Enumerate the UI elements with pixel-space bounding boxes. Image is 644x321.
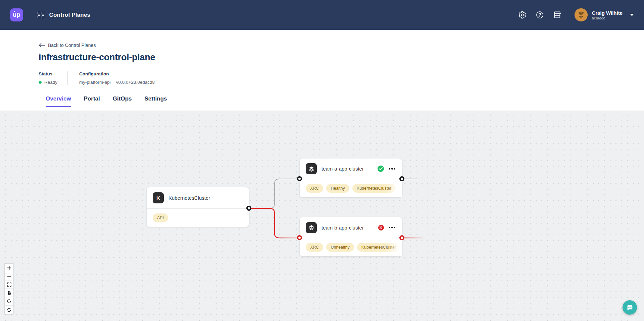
layers-icon (306, 222, 317, 233)
k-square-icon: K (153, 192, 164, 203)
refresh-button[interactable] (5, 306, 13, 314)
node-menu-kebab-icon[interactable] (388, 226, 396, 230)
help-icon[interactable] (535, 10, 544, 20)
meta-row: Status Ready Configuration my-platform-a… (39, 71, 644, 85)
node-title: team-a-app-cluster (321, 166, 378, 172)
handle-team-a-source[interactable] (399, 176, 404, 181)
app-window: up Control Planes (0, 0, 644, 321)
handle-team-b-target[interactable] (297, 235, 302, 240)
node-title: KubernetesCluster (168, 195, 243, 201)
tab-bar: Overview Portal GitOps Settings (0, 95, 644, 107)
page-title: infrastructure-control-plane (39, 52, 644, 63)
grid-square (38, 12, 40, 14)
rotate-button[interactable] (5, 297, 13, 306)
fit-view-button[interactable] (5, 280, 13, 289)
tab-gitops[interactable]: GitOps (113, 95, 132, 107)
app-title: Control Planes (49, 12, 91, 18)
chat-widget-button[interactable] (623, 300, 637, 315)
canvas-controls (4, 263, 14, 314)
top-navbar: up Control Planes (0, 0, 644, 30)
status-label: Status (39, 71, 57, 76)
graph-edges (0, 111, 644, 321)
badge-pill: API (153, 213, 168, 222)
configuration-version: v0.0.0+23.0edacd8 (116, 80, 155, 85)
handle-team-b-source[interactable] (399, 235, 404, 240)
node-team-b-app-cluster[interactable]: team-b-app-cluster XRC Unhealthy Kuberne… (300, 217, 402, 256)
configuration-section: Configuration my-platform-api v0.0.0+23.… (79, 71, 155, 85)
badge-pill: XRC (306, 243, 323, 252)
healthy-check-icon (378, 166, 384, 172)
vertical-divider (67, 71, 68, 85)
zoom-out-button[interactable] (5, 272, 13, 280)
node-badges: XRC Unhealthy KubernetesCluster (300, 238, 402, 256)
grid-square (42, 15, 44, 18)
marketplace-store-icon[interactable] (552, 10, 562, 20)
zoom-in-button[interactable] (5, 264, 13, 272)
tab-settings[interactable]: Settings (144, 95, 167, 107)
resource-graph-canvas[interactable]: K KubernetesCluster API team-a-app-cl (0, 111, 644, 321)
user-menu[interactable]: Craig Wilhite acmeco (575, 8, 634, 21)
badge-pill: KubernetesCluster (357, 243, 401, 252)
badge-pill: KubernetesCluster (352, 184, 396, 193)
edge-k-to-team-b (249, 208, 300, 238)
handle-team-a-target[interactable] (297, 176, 302, 181)
node-menu-kebab-icon[interactable] (388, 167, 396, 171)
apps-grid-icon[interactable] (38, 12, 44, 18)
node-title: team-b-app-cluster (321, 225, 378, 231)
ready-status-dot (39, 81, 42, 84)
node-kubernetescluster[interactable]: K KubernetesCluster API (147, 187, 249, 227)
user-name: Craig Wilhite (592, 10, 623, 16)
back-to-control-planes-link[interactable]: Back to Control Planes (39, 43, 96, 48)
configuration-label: Configuration (79, 71, 155, 76)
badge-pill: Unhealthy (326, 243, 354, 252)
status-value: Ready (44, 80, 57, 85)
user-meta: Craig Wilhite acmeco (592, 10, 623, 20)
grid-square (42, 12, 44, 14)
node-team-a-app-cluster[interactable]: team-a-app-cluster XRC Healthy Kubernete… (300, 158, 402, 197)
layers-icon (306, 163, 317, 174)
grid-square (38, 15, 40, 18)
page-header: Back to Control Planes infrastructure-co… (0, 30, 644, 85)
avatar (575, 8, 588, 21)
node-badges: XRC Healthy KubernetesCluster (300, 179, 402, 197)
chevron-down-icon (630, 14, 634, 16)
k-icon-letter: K (156, 195, 160, 201)
chat-bubble-icon (626, 304, 634, 311)
settings-gear-icon[interactable] (517, 10, 527, 20)
logo-dot (14, 11, 15, 12)
handle-k-source[interactable] (246, 206, 251, 211)
edge-k-to-team-a (249, 179, 300, 208)
lock-button[interactable] (5, 289, 13, 297)
unhealthy-x-icon (378, 225, 384, 231)
status-section: Status Ready (39, 71, 57, 85)
arrow-left-icon (39, 43, 45, 48)
tab-overview[interactable]: Overview (46, 95, 71, 107)
configuration-name: my-platform-api (79, 80, 111, 85)
node-badges: API (147, 209, 249, 227)
badge-pill: Healthy (326, 184, 349, 193)
back-link-label: Back to Control Planes (48, 43, 96, 48)
upbound-logo[interactable]: up (10, 8, 23, 21)
user-org: acmeco (592, 16, 623, 20)
logo-text: up (13, 11, 20, 18)
tab-portal[interactable]: Portal (84, 95, 100, 107)
badge-pill: XRC (306, 184, 323, 193)
